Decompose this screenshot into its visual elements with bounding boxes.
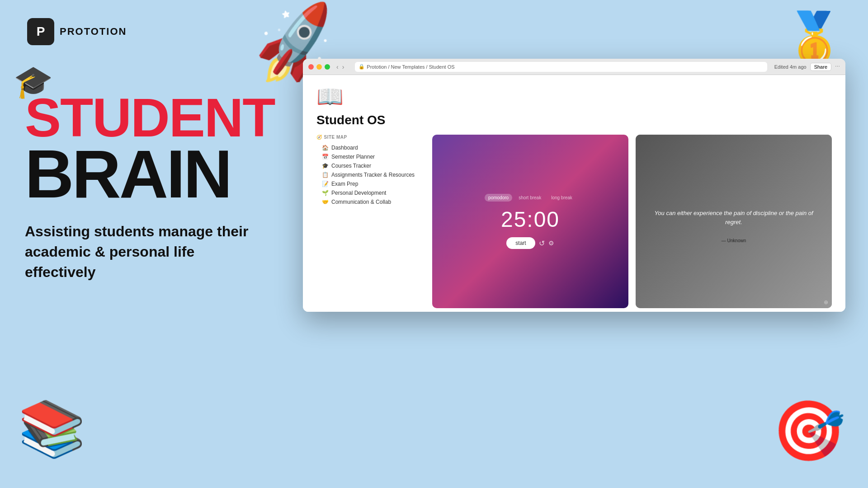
headline-brain: BRAIN xyxy=(25,140,231,208)
quote-widget: You can either experience the pain of di… xyxy=(636,135,832,308)
back-button[interactable]: ‹ xyxy=(335,63,340,70)
address-text: Prototion / New Templates / Student OS xyxy=(367,64,454,70)
logo-box: P xyxy=(27,18,54,45)
sitemap-item-dashboard[interactable]: 🏠 Dashboard xyxy=(316,143,425,152)
minimize-button[interactable] xyxy=(316,64,322,70)
short-break-tab[interactable]: short break xyxy=(515,194,545,202)
content-grid: 🧭 SITE MAP 🏠 Dashboard 📅 Semester Planne… xyxy=(316,135,832,308)
assignments-label: Assignments Tracker & Resources xyxy=(331,172,415,178)
sitemap-item-personal[interactable]: 🌱 Personal Development xyxy=(316,188,425,197)
quote-text: You can either experience the pain of di… xyxy=(643,200,825,235)
logo-letter: P xyxy=(37,24,45,39)
pomodoro-widget: pomodoro short break long break 25:00 st… xyxy=(432,135,628,308)
calendar-icon: 📅 xyxy=(322,154,329,160)
page-title[interactable]: Student OS xyxy=(316,113,832,127)
assignments-icon: 📋 xyxy=(322,172,329,178)
dashboard-icon: 🏠 xyxy=(322,145,329,151)
pomodoro-tabs: pomodoro short break long break xyxy=(485,194,576,202)
personal-icon: 🌱 xyxy=(322,190,329,196)
browser-actions: Edited 4m ago Share ⋯ xyxy=(774,63,840,71)
courses-label: Courses Tracker xyxy=(331,163,371,169)
comms-label: Communication & Collab xyxy=(331,199,391,205)
maximize-button[interactable] xyxy=(325,64,330,70)
forward-button[interactable]: › xyxy=(341,63,345,70)
long-break-tab[interactable]: long break xyxy=(547,194,576,202)
brand-name: PROTOTION xyxy=(60,26,127,38)
target-decoration: 🎯 xyxy=(772,397,845,465)
quote-content: You can either experience the pain of di… xyxy=(636,192,832,250)
sitemap-item-semester[interactable]: 📅 Semester Planner xyxy=(316,152,425,161)
share-button[interactable]: Share xyxy=(810,63,831,71)
browser-nav: ‹ › xyxy=(335,63,345,70)
logo-area: P PROTOTION xyxy=(27,18,276,45)
quote-author: — Unknown xyxy=(643,238,825,243)
exam-icon: 📝 xyxy=(322,181,329,187)
dashboard-label: Dashboard xyxy=(331,145,358,151)
sitemap-item-assignments[interactable]: 📋 Assignments Tracker & Resources xyxy=(316,170,425,179)
pomodoro-tab[interactable]: pomodoro xyxy=(485,194,512,202)
notion-content: 📖 Student OS 🧭 SITE MAP 🏠 Dashboard xyxy=(303,75,845,312)
sitemap-item-courses[interactable]: 🎓 Courses Tracker xyxy=(316,161,425,170)
pomodoro-reset-icon[interactable]: ↺ xyxy=(539,239,545,248)
courses-icon: 🎓 xyxy=(322,163,329,169)
semester-label: Semester Planner xyxy=(331,154,375,160)
pomodoro-settings-icon[interactable]: ⚙ xyxy=(548,239,554,247)
browser-content: 📖 Student OS 🧭 SITE MAP 🏠 Dashboard xyxy=(303,75,845,312)
address-bar[interactable]: 🔒 Prototion / New Templates / Student OS xyxy=(355,62,767,72)
browser-window: ‹ › 🔒 Prototion / New Templates / Studen… xyxy=(303,59,845,312)
sitemap-item-exam[interactable]: 📝 Exam Prep xyxy=(316,179,425,188)
exam-label: Exam Prep xyxy=(331,181,358,187)
page-icon: 📖 xyxy=(316,84,832,109)
pomodoro-timer: 25:00 xyxy=(501,207,560,232)
sitemap-title: SITE MAP xyxy=(324,135,347,140)
books-decoration: 📚 xyxy=(18,397,86,461)
sitemap-column: 🧭 SITE MAP 🏠 Dashboard 📅 Semester Planne… xyxy=(316,135,425,308)
quote-expand-icon[interactable]: ⊕ xyxy=(824,299,828,305)
lock-icon: 🔒 xyxy=(359,64,365,70)
more-icon[interactable]: ⋯ xyxy=(835,64,840,70)
compass-icon: 🧭 xyxy=(316,135,322,140)
tagline: Assisting students manage their academic… xyxy=(25,221,269,282)
browser-titlebar: ‹ › 🔒 Prototion / New Templates / Studen… xyxy=(303,59,845,75)
close-button[interactable] xyxy=(308,64,314,70)
edited-text: Edited 4m ago xyxy=(774,64,807,70)
personal-label: Personal Development xyxy=(331,190,386,196)
sitemap-header: 🧭 SITE MAP xyxy=(316,135,425,140)
pomodoro-start-button[interactable]: start xyxy=(506,237,535,249)
comms-icon: 🤝 xyxy=(322,199,329,205)
sitemap-item-comms[interactable]: 🤝 Communication & Collab xyxy=(316,197,425,206)
